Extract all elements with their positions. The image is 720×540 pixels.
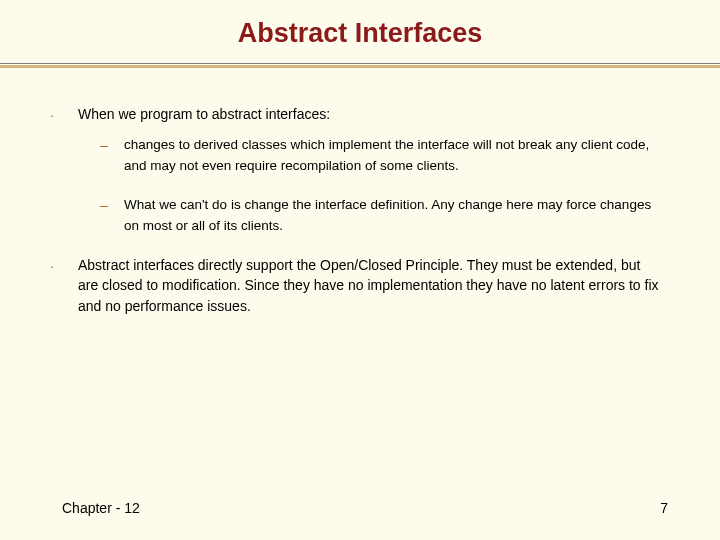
footer-page-number: 7 bbox=[660, 500, 668, 516]
bullet-item: · Abstract interfaces directly support t… bbox=[50, 255, 660, 316]
dash-icon: – bbox=[100, 195, 124, 215]
sub-bullet-text: changes to derived classes which impleme… bbox=[124, 135, 660, 177]
bullet-text: When we program to abstract interfaces: bbox=[78, 104, 660, 124]
footer-chapter: Chapter - 12 bbox=[62, 500, 140, 516]
sub-bullet-text: What we can't do is change the interface… bbox=[124, 195, 660, 237]
bullet-text: Abstract interfaces directly support the… bbox=[78, 255, 660, 316]
bullet-item: · When we program to abstract interfaces… bbox=[50, 104, 660, 125]
sub-bullet-item: – changes to derived classes which imple… bbox=[100, 135, 660, 177]
slide-title: Abstract Interfaces bbox=[0, 0, 720, 63]
bullet-icon: · bbox=[50, 104, 78, 125]
sub-bullet-item: – What we can't do is change the interfa… bbox=[100, 195, 660, 237]
bullet-icon: · bbox=[50, 255, 78, 276]
slide-body: · When we program to abstract interfaces… bbox=[0, 104, 720, 316]
dash-icon: – bbox=[100, 135, 124, 155]
title-divider bbox=[0, 63, 720, 68]
slide-footer: Chapter - 12 7 bbox=[0, 500, 720, 516]
